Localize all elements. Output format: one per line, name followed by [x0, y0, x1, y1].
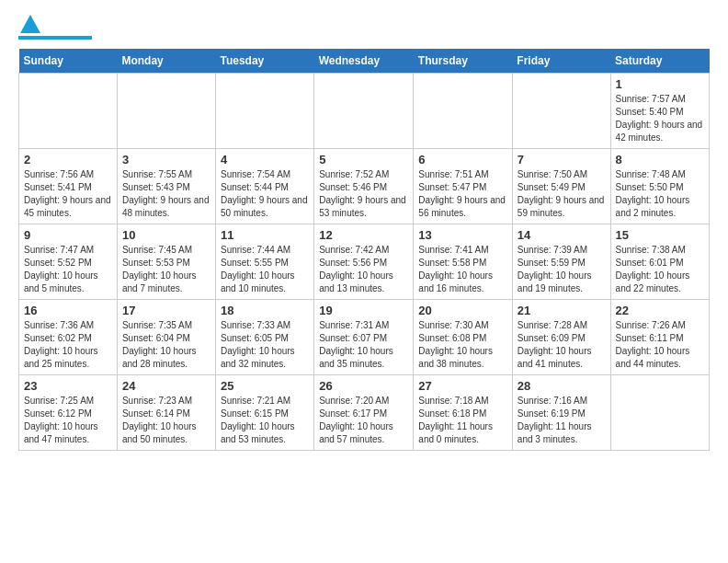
calendar-cell: 4Sunrise: 7:54 AM Sunset: 5:44 PM Daylig… — [215, 149, 313, 224]
day-number: 22 — [616, 304, 704, 317]
day-info: Sunrise: 7:54 AM Sunset: 5:44 PM Dayligh… — [221, 168, 309, 220]
calendar-cell: 21Sunrise: 7:28 AM Sunset: 6:09 PM Dayli… — [512, 300, 610, 375]
calendar-cell: 2Sunrise: 7:56 AM Sunset: 5:41 PM Daylig… — [19, 149, 118, 224]
calendar-cell: 14Sunrise: 7:39 AM Sunset: 5:59 PM Dayli… — [512, 224, 610, 300]
day-number: 9 — [24, 228, 112, 242]
day-info: Sunrise: 7:38 AM Sunset: 6:01 PM Dayligh… — [616, 244, 704, 295]
day-number: 7 — [518, 153, 606, 167]
calendar-cell: 5Sunrise: 7:52 AM Sunset: 5:46 PM Daylig… — [314, 149, 414, 224]
calendar-cell: 18Sunrise: 7:33 AM Sunset: 6:05 PM Dayli… — [215, 300, 313, 375]
week-row-4: 16Sunrise: 7:36 AM Sunset: 6:02 PM Dayli… — [19, 300, 710, 375]
calendar-cell: 15Sunrise: 7:38 AM Sunset: 6:01 PM Dayli… — [610, 224, 709, 300]
calendar-cell: 24Sunrise: 7:23 AM Sunset: 6:14 PM Dayli… — [117, 375, 215, 451]
calendar-table: SundayMondayTuesdayWednesdayThursdayFrid… — [18, 49, 710, 451]
calendar-cell: 26Sunrise: 7:20 AM Sunset: 6:17 PM Dayli… — [314, 375, 414, 451]
day-number: 4 — [221, 153, 309, 167]
day-number: 6 — [418, 153, 507, 167]
day-number: 16 — [24, 304, 112, 317]
day-info: Sunrise: 7:25 AM Sunset: 6:12 PM Dayligh… — [24, 395, 112, 446]
day-number: 28 — [518, 379, 606, 393]
day-info: Sunrise: 7:48 AM Sunset: 5:50 PM Dayligh… — [616, 168, 704, 220]
calendar-cell: 27Sunrise: 7:18 AM Sunset: 6:18 PM Dayli… — [414, 375, 513, 451]
week-row-3: 9Sunrise: 7:47 AM Sunset: 5:52 PM Daylig… — [19, 224, 710, 300]
day-number: 25 — [221, 379, 309, 393]
calendar-cell — [19, 74, 118, 149]
day-number: 10 — [122, 228, 210, 242]
calendar-cell: 10Sunrise: 7:45 AM Sunset: 5:53 PM Dayli… — [117, 224, 215, 300]
week-row-2: 2Sunrise: 7:56 AM Sunset: 5:41 PM Daylig… — [19, 149, 710, 224]
day-number: 1 — [616, 77, 704, 91]
calendar-cell: 3Sunrise: 7:55 AM Sunset: 5:43 PM Daylig… — [117, 149, 215, 224]
col-header-tuesday: Tuesday — [215, 49, 313, 74]
day-info: Sunrise: 7:26 AM Sunset: 6:11 PM Dayligh… — [616, 319, 704, 371]
day-info: Sunrise: 7:33 AM Sunset: 6:05 PM Dayligh… — [221, 319, 309, 371]
day-info: Sunrise: 7:57 AM Sunset: 5:40 PM Dayligh… — [616, 93, 704, 144]
day-info: Sunrise: 7:35 AM Sunset: 6:04 PM Dayligh… — [122, 319, 210, 371]
calendar-header-row: SundayMondayTuesdayWednesdayThursdayFrid… — [19, 49, 710, 74]
col-header-friday: Friday — [512, 49, 610, 74]
day-info: Sunrise: 7:42 AM Sunset: 5:56 PM Dayligh… — [319, 244, 408, 295]
week-row-5: 23Sunrise: 7:25 AM Sunset: 6:12 PM Dayli… — [19, 375, 710, 451]
calendar-cell — [215, 74, 313, 149]
col-header-saturday: Saturday — [610, 49, 709, 74]
day-info: Sunrise: 7:30 AM Sunset: 6:08 PM Dayligh… — [418, 319, 507, 371]
week-row-1: 1Sunrise: 7:57 AM Sunset: 5:40 PM Daylig… — [19, 74, 710, 149]
day-number: 21 — [518, 304, 606, 317]
calendar-cell: 12Sunrise: 7:42 AM Sunset: 5:56 PM Dayli… — [314, 224, 414, 300]
calendar-cell: 23Sunrise: 7:25 AM Sunset: 6:12 PM Dayli… — [19, 375, 118, 451]
col-header-thursday: Thursday — [414, 49, 513, 74]
day-info: Sunrise: 7:28 AM Sunset: 6:09 PM Dayligh… — [518, 319, 606, 371]
calendar-cell — [512, 74, 610, 149]
day-number: 13 — [418, 228, 507, 242]
logo-underline — [18, 36, 92, 40]
day-info: Sunrise: 7:41 AM Sunset: 5:58 PM Dayligh… — [418, 244, 507, 295]
day-info: Sunrise: 7:18 AM Sunset: 6:18 PM Dayligh… — [418, 395, 507, 446]
col-header-monday: Monday — [117, 49, 215, 74]
day-info: Sunrise: 7:55 AM Sunset: 5:43 PM Dayligh… — [122, 168, 210, 220]
day-number: 3 — [122, 153, 210, 167]
day-info: Sunrise: 7:45 AM Sunset: 5:53 PM Dayligh… — [122, 244, 210, 295]
day-info: Sunrise: 7:44 AM Sunset: 5:55 PM Dayligh… — [221, 244, 309, 295]
day-number: 27 — [418, 379, 507, 393]
calendar-cell: 7Sunrise: 7:50 AM Sunset: 5:49 PM Daylig… — [512, 149, 610, 224]
calendar-cell: 20Sunrise: 7:30 AM Sunset: 6:08 PM Dayli… — [414, 300, 513, 375]
logo — [18, 18, 92, 40]
calendar-cell: 8Sunrise: 7:48 AM Sunset: 5:50 PM Daylig… — [610, 149, 709, 224]
day-info: Sunrise: 7:16 AM Sunset: 6:19 PM Dayligh… — [518, 395, 606, 446]
day-info: Sunrise: 7:50 AM Sunset: 5:49 PM Dayligh… — [518, 168, 606, 220]
day-number: 24 — [122, 379, 210, 393]
day-number: 20 — [418, 304, 507, 317]
calendar-cell — [314, 74, 414, 149]
day-info: Sunrise: 7:23 AM Sunset: 6:14 PM Dayligh… — [122, 395, 210, 446]
day-number: 26 — [319, 379, 408, 393]
day-number: 15 — [616, 228, 704, 242]
day-info: Sunrise: 7:47 AM Sunset: 5:52 PM Dayligh… — [24, 244, 112, 295]
day-info: Sunrise: 7:51 AM Sunset: 5:47 PM Dayligh… — [418, 168, 507, 220]
day-number: 23 — [24, 379, 112, 393]
calendar-cell: 16Sunrise: 7:36 AM Sunset: 6:02 PM Dayli… — [19, 300, 118, 375]
day-number: 14 — [518, 228, 606, 242]
col-header-wednesday: Wednesday — [314, 49, 414, 74]
day-number: 2 — [24, 153, 112, 167]
calendar-cell: 28Sunrise: 7:16 AM Sunset: 6:19 PM Dayli… — [512, 375, 610, 451]
day-number: 19 — [319, 304, 408, 317]
calendar-cell: 19Sunrise: 7:31 AM Sunset: 6:07 PM Dayli… — [314, 300, 414, 375]
calendar-cell: 25Sunrise: 7:21 AM Sunset: 6:15 PM Dayli… — [215, 375, 313, 451]
day-number: 11 — [221, 228, 309, 242]
calendar-cell: 17Sunrise: 7:35 AM Sunset: 6:04 PM Dayli… — [117, 300, 215, 375]
day-number: 8 — [616, 153, 704, 167]
calendar-cell — [117, 74, 215, 149]
day-number: 18 — [221, 304, 309, 317]
day-info: Sunrise: 7:52 AM Sunset: 5:46 PM Dayligh… — [319, 168, 408, 220]
col-header-sunday: Sunday — [19, 49, 118, 74]
day-number: 5 — [319, 153, 408, 167]
calendar-cell — [610, 375, 709, 451]
calendar-cell: 6Sunrise: 7:51 AM Sunset: 5:47 PM Daylig… — [414, 149, 513, 224]
day-info: Sunrise: 7:31 AM Sunset: 6:07 PM Dayligh… — [319, 319, 408, 371]
day-info: Sunrise: 7:20 AM Sunset: 6:17 PM Dayligh… — [319, 395, 408, 446]
calendar-cell — [414, 74, 513, 149]
calendar-cell: 13Sunrise: 7:41 AM Sunset: 5:58 PM Dayli… — [414, 224, 513, 300]
logo-icon — [20, 15, 40, 33]
day-info: Sunrise: 7:21 AM Sunset: 6:15 PM Dayligh… — [221, 395, 309, 446]
day-number: 12 — [319, 228, 408, 242]
